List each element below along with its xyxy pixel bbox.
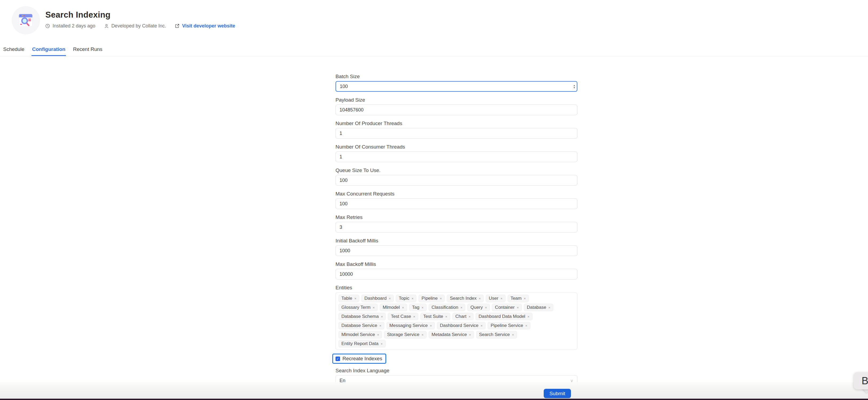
entity-tag[interactable]: Query× (467, 304, 490, 311)
recreate-indexes-field: ✓ Recreate Indexes (336, 354, 577, 364)
stepper-down-icon[interactable]: ▾ (574, 87, 575, 89)
remove-tag-icon[interactable]: × (525, 324, 527, 328)
payload-size-input[interactable] (336, 104, 577, 115)
remove-tag-icon[interactable]: × (381, 342, 383, 346)
entity-tag[interactable]: Tag× (409, 304, 427, 311)
batch-size-input[interactable] (336, 81, 577, 92)
tab-schedule[interactable]: Schedule (3, 43, 25, 56)
search-index-language-label: Search Index Language (336, 368, 577, 373)
entity-tag[interactable]: Dashboard Service× (437, 322, 486, 329)
entity-tag[interactable]: Mlmodel× (380, 304, 407, 311)
remove-tag-icon[interactable]: × (354, 297, 356, 301)
payload-size-field: Payload Size (336, 97, 577, 115)
entity-tag[interactable]: Glossary Term× (338, 304, 378, 311)
submit-button[interactable]: Submit (544, 389, 571, 398)
remove-tag-icon[interactable]: × (500, 297, 503, 301)
remove-tag-icon[interactable]: × (469, 333, 471, 337)
entity-tag[interactable]: Pipeline× (418, 295, 445, 302)
remove-tag-icon[interactable]: × (422, 333, 424, 337)
remove-tag-icon[interactable]: × (430, 324, 432, 328)
tab-bar: Schedule Configuration Recent Runs (0, 43, 868, 56)
configuration-form: Batch Size ▴ ▾ Payload Size Number Of Pr… (336, 74, 577, 386)
recreate-indexes-checkbox[interactable]: ✓ (336, 357, 340, 361)
remove-tag-icon[interactable]: × (512, 333, 514, 337)
consumer-threads-label: Number Of Consumer Threads (336, 144, 577, 149)
entity-tag[interactable]: Dashboard Data Model× (476, 313, 532, 320)
developer-info: Developed by Collate Inc. (104, 23, 166, 29)
visit-developer-website-link[interactable]: Visit developer website (182, 23, 235, 29)
entity-tag[interactable]: Topic× (396, 295, 416, 302)
entity-tag[interactable]: Team× (508, 295, 529, 302)
entities-multiselect[interactable]: Table× Dashboard× Topic× Pipeline× Searc… (336, 292, 577, 350)
remove-tag-icon[interactable]: × (413, 315, 415, 319)
consumer-threads-field: Number Of Consumer Threads (336, 144, 577, 162)
bottom-edge-bar (0, 399, 868, 400)
payload-size-label: Payload Size (336, 97, 577, 103)
entity-tag[interactable]: Metadata Service× (429, 331, 474, 338)
entities-label: Entities (336, 285, 577, 290)
max-backoff-input[interactable] (336, 269, 577, 279)
max-backoff-field: Max Backoff Millis (336, 262, 577, 279)
entity-tag[interactable]: Table× (338, 295, 359, 302)
remove-tag-icon[interactable]: × (479, 297, 481, 301)
number-stepper[interactable]: ▴ ▾ (574, 84, 575, 89)
recreate-indexes-highlight: ✓ Recreate Indexes (332, 354, 386, 364)
entity-tag[interactable]: Database Schema× (338, 313, 386, 320)
tag-row: Mlmodel Service× Storage Service× Metada… (338, 331, 575, 338)
entity-tag[interactable]: Database Service× (338, 322, 384, 329)
remove-tag-icon[interactable]: × (481, 324, 483, 328)
initial-backoff-field: Initial Backoff Millis (336, 238, 577, 256)
remove-tag-icon[interactable]: × (389, 297, 391, 301)
tab-configuration[interactable]: Configuration (31, 43, 66, 56)
entity-tag[interactable]: Search Service× (476, 331, 517, 338)
entity-tag[interactable]: Database× (524, 304, 553, 311)
key-bubble-text: B (862, 375, 868, 387)
entity-tag[interactable]: Mlmodel Service× (338, 331, 382, 338)
entity-tag[interactable]: Search Index× (447, 295, 484, 302)
queue-size-input[interactable] (336, 175, 577, 186)
developer-text: Developed by Collate Inc. (111, 23, 166, 29)
remove-tag-icon[interactable]: × (402, 306, 404, 310)
check-icon: ✓ (336, 357, 339, 361)
remove-tag-icon[interactable]: × (381, 315, 383, 319)
tag-row: Table× Dashboard× Topic× Pipeline× Searc… (338, 295, 575, 302)
remove-tag-icon[interactable]: × (468, 315, 471, 319)
entity-tag[interactable]: Test Case× (388, 313, 418, 320)
remove-tag-icon[interactable]: × (377, 333, 379, 337)
remove-tag-icon[interactable]: × (411, 297, 414, 301)
entity-tag[interactable]: Entity Report Data× (338, 340, 386, 347)
tab-recent-runs[interactable]: Recent Runs (72, 43, 103, 56)
search-indexing-app-icon (18, 12, 34, 28)
producer-threads-input[interactable] (336, 128, 577, 139)
remove-tag-icon[interactable]: × (460, 306, 463, 310)
entity-tag[interactable]: Messaging Service× (386, 322, 435, 329)
remove-tag-icon[interactable]: × (445, 315, 447, 319)
max-concurrent-requests-field: Max Concurrent Requests (336, 191, 577, 209)
entity-tag[interactable]: Dashboard× (362, 295, 394, 302)
initial-backoff-input[interactable] (336, 245, 577, 256)
entity-tag[interactable]: Test Suite× (421, 313, 450, 320)
max-concurrent-requests-input[interactable] (336, 198, 577, 209)
tag-row: Entity Report Data× (338, 340, 575, 347)
entity-tag[interactable]: User× (486, 295, 505, 302)
entity-tag[interactable]: Classification× (429, 304, 465, 311)
queue-size-field: Queue Size To Use. (336, 168, 577, 186)
remove-tag-icon[interactable]: × (527, 315, 530, 319)
remove-tag-icon[interactable]: × (373, 306, 375, 310)
max-concurrent-requests-label: Max Concurrent Requests (336, 191, 577, 197)
consumer-threads-input[interactable] (336, 152, 577, 162)
remove-tag-icon[interactable]: × (517, 306, 519, 310)
remove-tag-icon[interactable]: × (379, 324, 381, 328)
remove-tag-icon[interactable]: × (485, 306, 487, 310)
remove-tag-icon[interactable]: × (524, 297, 526, 301)
max-retries-input[interactable] (336, 222, 577, 233)
entity-tag[interactable]: Chart× (453, 313, 473, 320)
entity-tag[interactable]: Pipeline Service× (488, 322, 530, 329)
external-link-icon (175, 24, 179, 28)
remove-tag-icon[interactable]: × (422, 306, 424, 310)
recreate-indexes-label[interactable]: Recreate Indexes (342, 356, 382, 362)
remove-tag-icon[interactable]: × (548, 306, 550, 310)
entity-tag[interactable]: Storage Service× (384, 331, 427, 338)
remove-tag-icon[interactable]: × (440, 297, 442, 301)
entity-tag[interactable]: Container× (492, 304, 522, 311)
